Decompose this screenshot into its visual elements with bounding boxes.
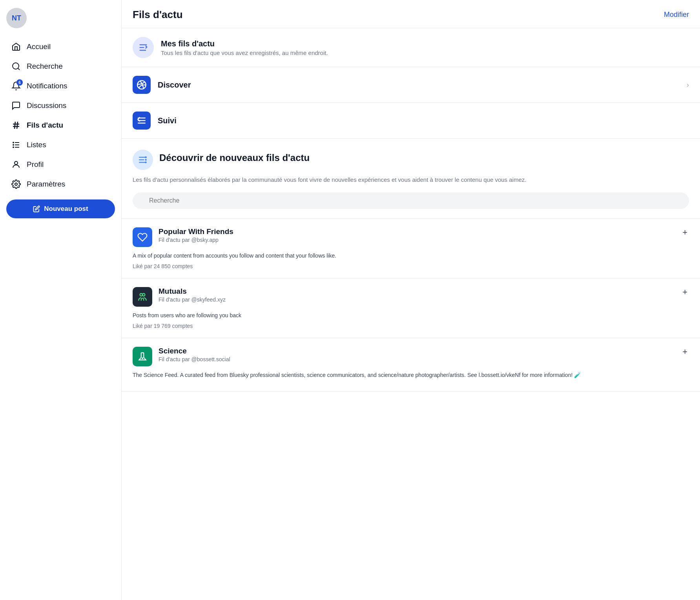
suivi-title: Suivi bbox=[158, 116, 689, 125]
suivi-item-section: Suivi bbox=[122, 103, 700, 139]
sidebar-label-listes: Listes bbox=[27, 141, 46, 149]
sidebar-item-profil[interactable]: Profil bbox=[6, 155, 115, 174]
popular-by: Fil d'actu par @bsky.app bbox=[159, 237, 674, 243]
edit-icon bbox=[33, 205, 40, 212]
mutuals-likes: Liké par 19 769 comptes bbox=[133, 323, 689, 329]
science-title: Science bbox=[159, 347, 674, 355]
svg-point-7 bbox=[13, 145, 14, 145]
discover-section: Découvrir de nouveaux fils d'actu Les fi… bbox=[122, 139, 700, 219]
sidebar-item-fils[interactable]: Fils d'actu bbox=[6, 116, 115, 134]
suivi-icon bbox=[133, 112, 151, 130]
add-mutuals-button[interactable]: + bbox=[681, 287, 689, 297]
sidebar-label-recherche: Recherche bbox=[27, 62, 63, 71]
popular-likes: Liké par 24 850 comptes bbox=[133, 263, 689, 269]
avatar[interactable]: NT bbox=[6, 8, 27, 28]
main-header: Fils d'actu Modifier bbox=[122, 0, 700, 28]
bell-icon: 6 bbox=[11, 81, 21, 91]
svg-point-25 bbox=[146, 157, 146, 157]
svg-line-4 bbox=[15, 122, 15, 129]
svg-point-12 bbox=[15, 161, 18, 165]
user-icon bbox=[11, 159, 21, 170]
sidebar-item-accueil[interactable]: Accueil bbox=[6, 38, 115, 56]
suivi-item[interactable]: Suivi bbox=[122, 103, 700, 138]
science-by: Fil d'actu par @bossett.social bbox=[159, 356, 674, 362]
discover-item-section: Discover › bbox=[122, 67, 700, 103]
sidebar-label-discussions: Discussions bbox=[27, 101, 66, 110]
mes-fils-section: Mes fils d'actu Tous les fils d'actu que… bbox=[122, 28, 700, 67]
search-input[interactable] bbox=[133, 192, 689, 209]
discover-title: Discover bbox=[158, 80, 680, 90]
gear-icon bbox=[11, 179, 21, 189]
science-icon bbox=[133, 347, 152, 366]
mutuals-icon bbox=[133, 287, 152, 307]
sidebar-label-profil: Profil bbox=[27, 160, 44, 169]
sidebar-label-accueil: Accueil bbox=[27, 42, 51, 51]
page-title: Fils d'actu bbox=[133, 9, 183, 21]
feed-card-mutuals: Mutuals Fil d'actu par @skyfeed.xyz + Po… bbox=[122, 278, 700, 338]
svg-point-24 bbox=[146, 159, 146, 160]
modifier-button[interactable]: Modifier bbox=[664, 11, 689, 19]
search-wrapper bbox=[133, 192, 689, 209]
mes-fils-item[interactable]: Mes fils d'actu Tous les fils d'actu que… bbox=[122, 28, 700, 67]
mutuals-by: Fil d'actu par @skyfeed.xyz bbox=[159, 296, 674, 303]
svg-point-8 bbox=[13, 147, 14, 148]
sidebar-item-discussions[interactable]: Discussions bbox=[6, 97, 115, 115]
svg-point-6 bbox=[13, 142, 14, 143]
svg-point-13 bbox=[15, 183, 17, 185]
discover-icon bbox=[133, 76, 151, 94]
mutuals-desc: Posts from users who are following you b… bbox=[133, 311, 689, 320]
main-content: Fils d'actu Modifier Mes fils d'actu Tou… bbox=[122, 0, 700, 600]
sidebar-label-parametres: Paramètres bbox=[27, 180, 65, 188]
add-popular-button[interactable]: + bbox=[681, 227, 689, 238]
mes-fils-subtitle: Tous les fils d'actu que vous avez enreg… bbox=[161, 49, 689, 56]
science-desc: The Science Feed. A curated feed from Bl… bbox=[133, 371, 689, 379]
sidebar-item-parametres[interactable]: Paramètres bbox=[6, 175, 115, 193]
popular-title: Popular With Friends bbox=[159, 227, 674, 236]
sidebar-label-fils: Fils d'actu bbox=[27, 121, 63, 130]
list-icon bbox=[11, 140, 21, 150]
home-icon bbox=[11, 42, 21, 52]
discover-text: Discover bbox=[158, 80, 680, 90]
popular-desc: A mix of popular content from accounts y… bbox=[133, 252, 689, 260]
discover-item[interactable]: Discover › bbox=[122, 67, 700, 102]
discover-section-title: Découvrir de nouveaux fils d'actu bbox=[159, 152, 310, 163]
sidebar-item-listes[interactable]: Listes bbox=[6, 136, 115, 154]
mes-fils-title: Mes fils d'actu bbox=[161, 39, 689, 48]
discover-section-desc: Les fils d'actu personnalisés élaborés p… bbox=[133, 176, 689, 185]
mes-fils-icon bbox=[133, 37, 154, 58]
mes-fils-text: Mes fils d'actu Tous les fils d'actu que… bbox=[161, 39, 689, 56]
discover-section-icon bbox=[133, 150, 153, 170]
sidebar-item-recherche[interactable]: Recherche bbox=[6, 57, 115, 75]
feed-card-popular: Popular With Friends Fil d'actu par @bsk… bbox=[122, 219, 700, 278]
sidebar-item-notifications[interactable]: 6 Notifications bbox=[6, 77, 115, 95]
notification-badge: 6 bbox=[16, 79, 23, 86]
svg-point-0 bbox=[13, 63, 19, 69]
suivi-text: Suivi bbox=[158, 116, 689, 125]
svg-point-26 bbox=[146, 162, 146, 163]
svg-line-5 bbox=[17, 122, 18, 129]
chevron-right-icon: › bbox=[687, 81, 689, 89]
popular-icon bbox=[133, 227, 152, 247]
mutuals-title: Mutuals bbox=[159, 287, 674, 296]
new-post-button[interactable]: Nouveau post bbox=[6, 199, 115, 218]
sidebar: NT Accueil Recherche 6 Notificat bbox=[0, 0, 122, 600]
sidebar-label-notifications: Notifications bbox=[27, 82, 67, 90]
svg-point-30 bbox=[142, 358, 143, 359]
hash-icon bbox=[11, 120, 21, 130]
svg-point-28 bbox=[142, 293, 145, 296]
chat-icon bbox=[11, 101, 21, 111]
add-science-button[interactable]: + bbox=[681, 347, 689, 357]
search-icon bbox=[11, 61, 21, 71]
feed-card-science: Science Fil d'actu par @bossett.social +… bbox=[122, 338, 700, 391]
svg-line-1 bbox=[18, 68, 20, 70]
